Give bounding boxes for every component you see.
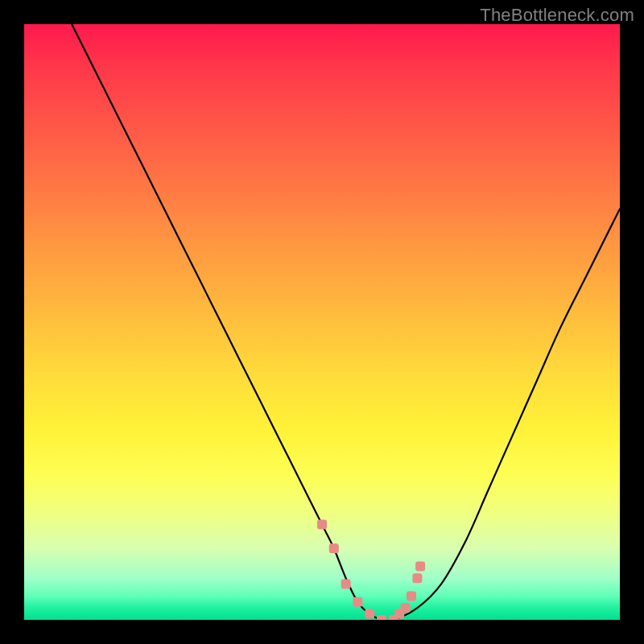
bottleneck-curve [72, 24, 620, 620]
curve-marker [377, 615, 386, 620]
curve-marker [412, 573, 422, 583]
plot-area [24, 24, 620, 620]
curve-marker [401, 603, 411, 613]
curve-marker [415, 561, 425, 571]
curve-marker [341, 580, 351, 589]
curve-marker [317, 520, 327, 530]
chart-frame: TheBottleneck.com [0, 0, 644, 644]
curve-layer [24, 24, 620, 620]
curve-marker [365, 609, 374, 619]
curve-marker [407, 591, 416, 601]
marker-group [317, 520, 425, 620]
watermark-text: TheBottleneck.com [480, 5, 634, 26]
curve-marker [329, 543, 339, 553]
curve-marker [353, 597, 362, 607]
